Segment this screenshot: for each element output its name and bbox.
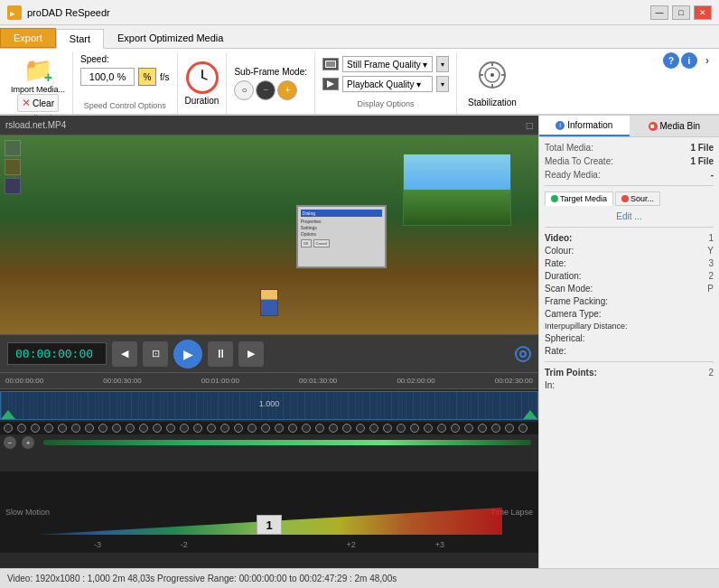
prop-row-colour: Colour: Y — [545, 246, 714, 256]
help-info-button[interactable]: i — [681, 52, 697, 69]
duration-prop-label: Duration: — [545, 271, 582, 281]
info-row-total-media: Total Media: 1 File — [545, 143, 714, 153]
playback-quality-dropdown[interactable]: Playback Quality ▾ — [342, 76, 433, 92]
prop-row-spherical: Spherical: — [545, 333, 714, 343]
tab-export[interactable]: Export — [0, 28, 56, 48]
minimize-button[interactable]: — — [650, 5, 668, 20]
video-display: Dialog PropertiesSettingsOptions OK Canc… — [0, 135, 538, 334]
ruler-mark-1: 00:00:30:00 — [103, 377, 141, 385]
percent-button[interactable]: % — [138, 68, 156, 86]
loop-button[interactable] — [515, 346, 531, 362]
duration-group: Duration — [178, 52, 228, 114]
clear-button[interactable]: ✕ Clear — [17, 94, 59, 112]
tl-dot — [31, 424, 40, 433]
panel-tabs: i Information ■ Media Bin — [539, 116, 719, 137]
status-text: Video: 1920x1080 : 1,000 2m 48,03s Progr… — [7, 574, 397, 583]
duration-prop-value: 2 — [708, 271, 714, 281]
tl-zoom-in-button[interactable]: + — [22, 436, 34, 449]
svg-point-11 — [490, 73, 494, 77]
timeline-track[interactable]: 1.000 — [0, 391, 538, 420]
tab-target-media[interactable]: Target Media — [545, 191, 613, 206]
import-media-label: Import Media... — [11, 85, 65, 94]
tl-dot — [451, 424, 460, 433]
app-icon: ▶ — [7, 5, 22, 20]
total-media-label: Total Media: — [545, 143, 593, 153]
video-prop-value: 1 — [708, 233, 714, 243]
app-title: proDAD ReSpeedr — [27, 7, 110, 18]
maximize-button[interactable]: □ — [672, 5, 690, 20]
tl-dot — [356, 424, 365, 433]
subframe-btn-left[interactable]: ○ — [234, 80, 254, 100]
still-frame-dropdown[interactable]: Still Frame Quality ▾ — [342, 56, 433, 72]
close-button[interactable]: ✕ — [694, 5, 712, 20]
display-options-group: Still Frame Quality ▾ ▾ Playback Quality… — [315, 52, 457, 114]
play-button[interactable]: ▶ — [173, 340, 202, 369]
tab-export-optimized[interactable]: Export Optimized Media — [104, 28, 237, 48]
trim-points-label: Trim Points: — [545, 368, 597, 378]
stabilization-label: Stabilization — [468, 98, 517, 107]
tab-media-bin[interactable]: ■ Media Bin — [630, 116, 720, 136]
subframe-btn-plus[interactable]: + — [277, 80, 297, 100]
subframe-btn-minus[interactable]: − — [256, 80, 275, 100]
tl-dot — [437, 424, 446, 433]
stabilization-group: Stabilization — [457, 52, 528, 114]
video-panel: rsload.net.MP4 □ — [0, 116, 538, 568]
prop-row-in: In: — [545, 380, 714, 390]
help-arrow-button[interactable]: › — [699, 52, 715, 69]
tab-start[interactable]: Start — [56, 29, 104, 49]
tl-dot — [166, 424, 175, 433]
rate-value: 3 — [708, 258, 714, 268]
divider-2 — [545, 227, 714, 228]
svg-line-4 — [202, 78, 207, 79]
tl-dot — [71, 424, 80, 433]
tl-dot — [383, 424, 392, 433]
timeline-bottom-controls: − + — [0, 434, 538, 451]
tab-source[interactable]: Sour... — [615, 191, 660, 206]
media-bin-group: 📁 + Import Media... ✕ Clear Media Bin — [4, 52, 73, 114]
next-frame-button[interactable]: ▶ — [238, 341, 264, 367]
prop-row-duration: Duration: 2 — [545, 271, 714, 281]
clear-label: Clear — [33, 98, 54, 108]
speed-input[interactable] — [80, 68, 135, 86]
tl-dot — [58, 424, 67, 433]
tl-dot — [410, 424, 419, 433]
tl-dot — [112, 424, 121, 433]
divider-1 — [545, 185, 714, 186]
prop-row-frame-packing: Frame Packing: — [545, 296, 714, 306]
in-label: In: — [545, 380, 555, 390]
colour-label: Colour: — [545, 246, 574, 256]
still-frame-menu-button[interactable]: ▾ — [436, 56, 449, 72]
snapshot-button[interactable]: ⊡ — [143, 341, 168, 367]
plus-icon: + — [44, 70, 52, 85]
panel-content: Total Media: 1 File Media To Create: 1 F… — [539, 137, 719, 568]
right-panel: i Information ■ Media Bin Total Media: 1… — [538, 116, 719, 568]
speed-control-group: Speed: % f/s Speed Control Options — [73, 52, 178, 114]
edit-link[interactable]: Edit ... — [545, 211, 714, 221]
tl-dot — [193, 424, 202, 433]
ruler-mark-3: 00:01:30:00 — [299, 377, 337, 385]
pause-button[interactable]: ⏸ — [208, 341, 233, 367]
speed-marker[interactable]: 1 — [257, 515, 282, 535]
speed-control-label: Speed Control Options — [80, 101, 170, 112]
tl-dot — [4, 424, 13, 433]
ribbon-tabs: Export Start Export Optimized Media — [0, 25, 719, 49]
divider-3 — [545, 361, 714, 362]
target-dot-green — [551, 195, 558, 202]
prev-frame-button[interactable]: ◀ — [112, 341, 137, 367]
video-expand-button[interactable]: □ — [527, 119, 533, 132]
source-dot-red — [621, 195, 629, 202]
scan-mode-label: Scan Mode: — [545, 284, 593, 294]
playback-menu-button[interactable]: ▾ — [436, 76, 449, 92]
info-row-media-create: Media To Create: 1 File — [545, 156, 714, 166]
tl-zoom-out-button[interactable]: − — [4, 436, 16, 449]
frame-packing-label: Frame Packing: — [545, 296, 608, 306]
still-frame-icon — [322, 58, 339, 70]
import-media-button[interactable]: 📁 + Import Media... — [11, 56, 65, 94]
timeline-marker-right — [523, 410, 537, 419]
tab-information[interactable]: i Information — [539, 116, 630, 136]
media-create-value: 1 File — [690, 156, 714, 166]
tl-dot — [288, 424, 297, 433]
help-question-button[interactable]: ? — [663, 52, 679, 69]
speed-label: Speed: — [80, 54, 170, 64]
colour-value: Y — [707, 246, 714, 256]
